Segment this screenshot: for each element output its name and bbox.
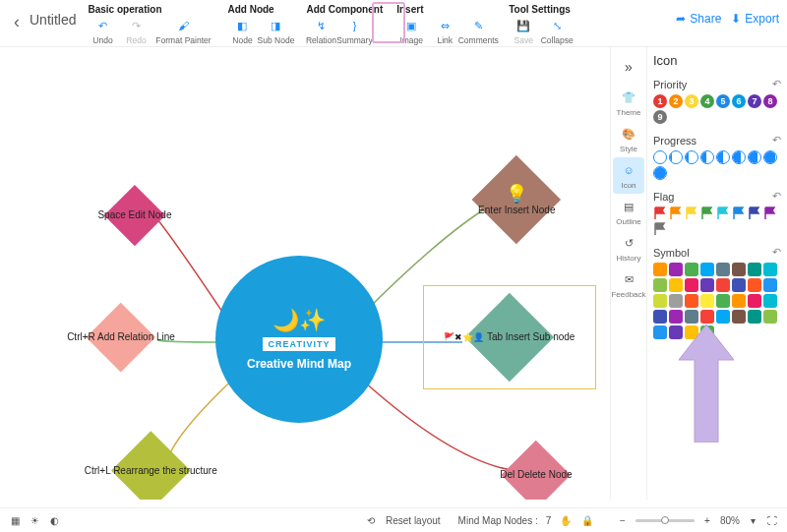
collapse-button[interactable]: ⤡Collapse bbox=[540, 17, 574, 45]
flag-reset-icon[interactable]: ↶ bbox=[772, 190, 781, 203]
progress-7[interactable] bbox=[763, 150, 777, 164]
tab-outline[interactable]: ▤Outline bbox=[613, 194, 644, 230]
symbol-10[interactable] bbox=[685, 278, 698, 292]
zoom-out-button[interactable]: − bbox=[616, 513, 630, 527]
night-icon[interactable]: ◐ bbox=[47, 513, 61, 527]
tab-theme[interactable]: 👕Theme bbox=[613, 85, 644, 121]
symbol-35[interactable] bbox=[700, 325, 714, 339]
priority-6[interactable]: 6 bbox=[732, 94, 746, 108]
symbol-32[interactable] bbox=[653, 325, 667, 339]
symbol-31[interactable] bbox=[763, 310, 777, 324]
priority-reset-icon[interactable]: ↶ bbox=[772, 78, 781, 90]
flag-4[interactable] bbox=[716, 207, 730, 220]
priority-3[interactable]: 3 bbox=[685, 94, 698, 108]
symbol-30[interactable] bbox=[748, 310, 761, 324]
chevron-down-icon[interactable]: ▾ bbox=[746, 513, 759, 527]
sub-node-button[interactable]: ◨Sub Node bbox=[259, 17, 292, 45]
symbol-1[interactable] bbox=[669, 263, 683, 276]
symbol-11[interactable] bbox=[700, 278, 714, 292]
progress-2[interactable] bbox=[685, 150, 698, 164]
node-button[interactable]: ◧Node bbox=[225, 17, 259, 45]
symbol-24[interactable] bbox=[653, 310, 667, 324]
comments-button[interactable]: ✎Comments bbox=[461, 17, 495, 45]
share-button[interactable]: ➦ Share bbox=[676, 12, 721, 26]
panel-collapse-button[interactable]: » bbox=[625, 53, 633, 81]
progress-reset-icon[interactable]: ↶ bbox=[772, 134, 781, 147]
reset-layout-label[interactable]: Reset layout bbox=[386, 515, 441, 526]
symbol-4[interactable] bbox=[716, 263, 730, 276]
symbol-14[interactable] bbox=[748, 278, 761, 292]
priority-2[interactable]: 2 bbox=[669, 94, 683, 108]
symbol-17[interactable] bbox=[669, 294, 683, 308]
symbol-21[interactable] bbox=[732, 294, 746, 308]
node-n6[interactable]: Del Delete Node bbox=[472, 441, 600, 500]
symbol-22[interactable] bbox=[748, 294, 761, 308]
symbol-19[interactable] bbox=[700, 294, 714, 308]
progress-5[interactable] bbox=[732, 150, 746, 164]
symbol-reset-icon[interactable]: ↶ bbox=[772, 246, 781, 259]
back-button[interactable]: ‹ bbox=[8, 4, 26, 40]
progress-8[interactable] bbox=[653, 166, 667, 180]
flag-5[interactable] bbox=[732, 207, 746, 220]
reset-layout-icon[interactable]: ⟲ bbox=[364, 513, 378, 527]
progress-1[interactable] bbox=[669, 150, 683, 164]
symbol-25[interactable] bbox=[669, 310, 683, 324]
lock-icon[interactable]: 🔒 bbox=[580, 513, 594, 527]
symbol-29[interactable] bbox=[732, 310, 746, 324]
fullscreen-icon[interactable]: ⛶ bbox=[765, 513, 779, 527]
tab-feedback[interactable]: ✉Feedback bbox=[613, 266, 644, 303]
symbol-34[interactable] bbox=[685, 325, 698, 339]
flag-8[interactable] bbox=[653, 222, 667, 236]
symbol-15[interactable] bbox=[763, 278, 777, 292]
symbol-27[interactable] bbox=[700, 310, 714, 324]
node-n1[interactable]: Space Edit Node bbox=[81, 185, 189, 246]
undo-button[interactable]: ↶Undo bbox=[86, 17, 119, 45]
progress-4[interactable] bbox=[716, 150, 730, 164]
tab-history[interactable]: ↺History bbox=[613, 230, 644, 266]
priority-4[interactable]: 4 bbox=[700, 94, 714, 108]
progress-0[interactable] bbox=[653, 150, 667, 164]
image-button[interactable]: ▣Image bbox=[394, 17, 428, 45]
layer-icon[interactable]: ▦ bbox=[8, 513, 22, 527]
brightness-icon[interactable]: ☀ bbox=[28, 513, 41, 527]
symbol-28[interactable] bbox=[716, 310, 730, 324]
priority-1[interactable]: 1 bbox=[653, 94, 667, 108]
document-title[interactable]: Untitled bbox=[26, 4, 86, 28]
symbol-3[interactable] bbox=[700, 263, 714, 276]
symbol-9[interactable] bbox=[669, 278, 683, 292]
priority-8[interactable]: 8 bbox=[763, 94, 777, 108]
flag-3[interactable] bbox=[700, 207, 714, 220]
flag-0[interactable] bbox=[653, 207, 667, 220]
symbol-16[interactable] bbox=[653, 294, 667, 308]
symbol-6[interactable] bbox=[748, 263, 761, 276]
progress-3[interactable] bbox=[700, 150, 714, 164]
node-n5[interactable]: 🚩✖⭐👤 Tab Insert Sub node bbox=[431, 293, 588, 382]
symbol-2[interactable] bbox=[685, 263, 698, 276]
symbol-33[interactable] bbox=[669, 325, 683, 339]
flag-1[interactable] bbox=[669, 207, 683, 220]
format-painter-button[interactable]: 🖌Format Painter bbox=[152, 17, 213, 45]
priority-9[interactable]: 9 bbox=[653, 110, 667, 124]
symbol-0[interactable] bbox=[653, 263, 667, 276]
symbol-13[interactable] bbox=[732, 278, 746, 292]
tab-style[interactable]: 🎨Style bbox=[613, 121, 644, 157]
tab-icon[interactable]: ☺Icon bbox=[613, 157, 644, 194]
symbol-20[interactable] bbox=[716, 294, 730, 308]
relation-button[interactable]: ↯Relation bbox=[304, 17, 337, 45]
symbol-12[interactable] bbox=[716, 278, 730, 292]
symbol-7[interactable] bbox=[763, 263, 777, 276]
link-button[interactable]: ⇔Link bbox=[428, 17, 461, 45]
symbol-8[interactable] bbox=[653, 278, 667, 292]
node-n4[interactable]: 💡Enter Insert Node bbox=[443, 155, 590, 244]
export-button[interactable]: ⬇ Export bbox=[731, 12, 779, 26]
flag-7[interactable] bbox=[763, 207, 777, 220]
flag-2[interactable] bbox=[685, 207, 698, 220]
priority-5[interactable]: 5 bbox=[716, 94, 730, 108]
zoom-slider[interactable] bbox=[636, 519, 695, 522]
summary-button[interactable]: }Summary bbox=[337, 17, 371, 45]
hand-tool-icon[interactable]: ✋ bbox=[559, 513, 573, 527]
mindmap-canvas[interactable]: 🌙✨ CREATIVITY Creative Mind Map Space Ed… bbox=[0, 47, 610, 500]
zoom-in-button[interactable]: + bbox=[700, 513, 714, 527]
symbol-18[interactable] bbox=[685, 294, 698, 308]
flag-6[interactable] bbox=[748, 207, 761, 220]
